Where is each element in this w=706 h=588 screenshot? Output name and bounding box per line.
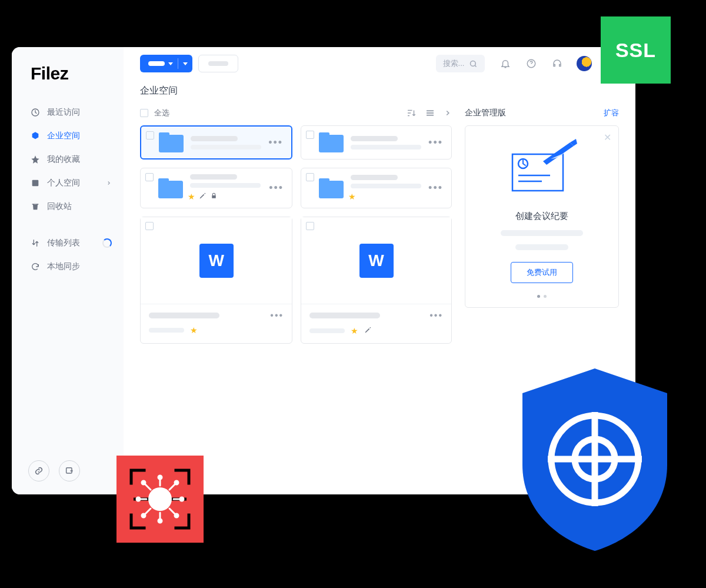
- more-icon[interactable]: •••: [429, 310, 443, 321]
- nav-transfers[interactable]: 传输列表: [12, 232, 124, 254]
- placeholder-icon: [148, 61, 165, 66]
- file-area: 全选 •••: [140, 108, 452, 344]
- nav-enterprise-space[interactable]: 企业空间: [12, 125, 124, 147]
- card-checkbox[interactable]: [146, 131, 154, 139]
- document-card[interactable]: W ••• ★: [301, 217, 452, 344]
- svg-line-26: [169, 484, 175, 490]
- star-icon: ★: [351, 326, 358, 335]
- folder-icon: [158, 178, 183, 198]
- star-icon: [31, 155, 40, 164]
- link-button[interactable]: [28, 460, 49, 481]
- svg-point-23: [180, 497, 184, 501]
- search-input[interactable]: 搜索...: [436, 55, 485, 72]
- headset-icon[interactable]: [552, 58, 562, 69]
- pencil-icon: [364, 325, 372, 336]
- list-view-button[interactable]: [425, 108, 435, 118]
- user-avatar[interactable]: [577, 56, 592, 71]
- more-icon[interactable]: •••: [428, 182, 443, 194]
- promo-title: 创建会议纪要: [515, 211, 568, 222]
- sync-icon: [31, 262, 40, 271]
- expand-button[interactable]: [444, 109, 452, 117]
- nav-label: 回收站: [47, 201, 72, 212]
- sort-button[interactable]: [406, 108, 417, 118]
- svg-point-19: [158, 519, 162, 523]
- bell-icon[interactable]: [500, 58, 511, 69]
- panel-header: 企业管理版 扩容: [465, 108, 619, 125]
- folder-card[interactable]: ★ •••: [140, 168, 292, 208]
- card-checkbox[interactable]: [306, 222, 314, 230]
- doc-preview: W: [141, 217, 292, 304]
- folder-card[interactable]: ★ •••: [301, 168, 452, 208]
- nav-label: 个人空间: [47, 178, 80, 188]
- nav-recent[interactable]: 最近访问: [12, 101, 124, 124]
- folder-card[interactable]: •••: [140, 125, 292, 160]
- nav-label: 传输列表: [47, 238, 80, 248]
- view-controls: [406, 108, 452, 118]
- placeholder-line: [515, 244, 568, 250]
- star-icon: ★: [190, 325, 198, 335]
- select-all-checkbox[interactable]: 全选: [140, 108, 169, 118]
- svg-rect-5: [212, 195, 216, 198]
- transfer-icon: [31, 238, 40, 248]
- word-icon: W: [359, 244, 394, 278]
- folder-icon: [319, 132, 344, 152]
- svg-rect-1: [32, 180, 39, 187]
- topbar: 搜索... Judy: [124, 47, 635, 80]
- star-icon: ★: [188, 192, 195, 201]
- more-icon[interactable]: •••: [270, 310, 284, 321]
- word-icon: W: [199, 244, 234, 278]
- nav-trash[interactable]: 回收站: [12, 195, 124, 218]
- card-checkbox[interactable]: [145, 173, 154, 181]
- lock-icon: [210, 191, 218, 202]
- card-checkbox[interactable]: [145, 222, 154, 230]
- help-icon[interactable]: [526, 58, 537, 69]
- sidebar-nav: 最近访问 企业空间 我的收藏 个人空间 回收站 传输列表: [12, 101, 124, 278]
- more-icon[interactable]: •••: [269, 182, 284, 194]
- svg-point-21: [136, 497, 140, 501]
- card-checkbox[interactable]: [306, 173, 314, 181]
- nav-personal-space[interactable]: 个人空间: [12, 172, 124, 194]
- star-icon: ★: [348, 192, 356, 201]
- caret-down-icon: [168, 62, 173, 65]
- more-icon[interactable]: •••: [428, 137, 443, 149]
- card-checkbox[interactable]: [306, 131, 314, 139]
- svg-point-15: [148, 487, 172, 511]
- svg-point-27: [175, 481, 178, 484]
- checkbox-icon: [140, 109, 148, 117]
- chevron-right-icon: [106, 178, 112, 188]
- nav-divider: [12, 219, 124, 231]
- note-icon: [31, 178, 40, 188]
- promo-card: ✕ 创建会议纪要: [465, 125, 619, 308]
- svg-point-25: [142, 481, 145, 484]
- trash-icon: [31, 202, 40, 211]
- nav-local-sync[interactable]: 本地同步: [12, 255, 124, 278]
- share-button[interactable]: [59, 460, 80, 481]
- nav-label: 我的收藏: [47, 154, 80, 165]
- svg-line-24: [145, 484, 151, 490]
- folder-card[interactable]: •••: [301, 125, 452, 160]
- caret-down-icon: [183, 62, 188, 65]
- brand-logo: Filez: [12, 64, 124, 84]
- clock-icon: [31, 108, 40, 117]
- svg-line-28: [145, 509, 151, 514]
- hexagon-icon: [31, 131, 40, 141]
- pencil-icon: [199, 191, 207, 202]
- panel-title: 企业管理版: [465, 108, 506, 118]
- svg-point-17: [158, 476, 162, 479]
- free-trial-button[interactable]: 免费试用: [511, 262, 573, 283]
- section-title: 企业空间: [124, 80, 635, 108]
- nav-favorites[interactable]: 我的收藏: [12, 148, 124, 171]
- more-icon[interactable]: •••: [268, 137, 283, 149]
- expand-storage-link[interactable]: 扩容: [604, 108, 619, 118]
- virus-scan-badge: [116, 456, 204, 543]
- svg-point-29: [142, 514, 145, 517]
- new-dropdown[interactable]: [140, 55, 192, 72]
- carousel-dots[interactable]: [537, 295, 547, 298]
- folder-icon: [159, 132, 184, 152]
- secondary-action-button[interactable]: [198, 55, 238, 72]
- svg-point-3: [471, 61, 476, 66]
- sidebar: Filez 最近访问 企业空间 我的收藏 个人空间 回收站: [12, 47, 124, 494]
- close-icon[interactable]: ✕: [604, 132, 611, 143]
- nav-label: 最近访问: [47, 107, 80, 118]
- document-card[interactable]: W ••• ★: [140, 217, 292, 344]
